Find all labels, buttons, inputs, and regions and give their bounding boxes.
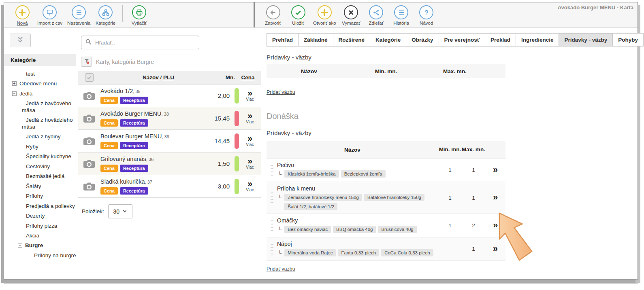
toolbar-button-vymazat[interactable]: Vymazať [339, 4, 364, 26]
option-chip: Minerálna voda Rajec [284, 249, 336, 256]
toolbar-button-label: Zdieľať [369, 21, 384, 25]
menu-lines-icon [72, 5, 86, 19]
sidebar-item-label: Predjedlá a polievky [26, 203, 75, 209]
tag-cena: Cena [100, 165, 118, 172]
drag-handle-icon[interactable] [267, 241, 277, 257]
child-corner-icon: └ [278, 194, 281, 202]
tab-pohyby[interactable]: Pohyby [612, 33, 644, 47]
plus-icon [318, 5, 332, 19]
tab-pre-verejnost[interactable]: Pre verejnosť [439, 33, 486, 47]
card-row[interactable]: Avokádo 1/2, 35CenaReceptúra2,00»Viac [78, 84, 261, 107]
open-binding-button[interactable]: » [493, 165, 498, 175]
sidebar-item-label: Jedlá z hydiny [26, 133, 61, 140]
sidebar-collapse-button[interactable] [10, 34, 31, 47]
toolbar-button-import-z-csv[interactable]: Import z csv [35, 4, 65, 26]
status-bar-green [235, 88, 239, 104]
toolbar-button-ulozit[interactable]: Uložiť [286, 4, 311, 26]
toolbar-button-zdielat[interactable]: Zdieľať [364, 4, 389, 26]
binding-row-pecivo: Pečivo└Klasická žemľa-brioškaBezlepková … [267, 158, 505, 182]
sidebar-item-predjedla-a-polievky[interactable]: Predjedlá a polievky [4, 203, 76, 210]
drag-handle-icon[interactable] [267, 217, 277, 234]
open-binding-button[interactable]: » [493, 192, 498, 202]
card-plu: 36 [149, 157, 154, 162]
sidebar-item-jedla-z-hydiny[interactable]: Jedlá z hydiny [4, 133, 76, 140]
tag-receptura: Receptúra [120, 187, 148, 195]
sidebar-item-ryby[interactable]: Ryby [4, 144, 76, 150]
search-input[interactable] [95, 40, 196, 46]
sidebar-item-prilohy-pizza[interactable]: Prílohy pizza [4, 223, 76, 229]
tab-obrazky[interactable]: Obrázky [406, 33, 439, 47]
more-button[interactable]: »Viac [239, 90, 261, 102]
sidebar-item-label: Burgre [25, 242, 43, 248]
clear-filter-button[interactable] [81, 57, 92, 67]
sidebar-item-akcia[interactable]: Akcia [4, 233, 76, 239]
more-button[interactable]: »Viac [239, 112, 261, 124]
option-chip: CoCa Cola 0,33 plech [381, 249, 433, 256]
sidebar-item-cestoviny[interactable]: Cestoviny [4, 163, 76, 170]
sort-cena-link[interactable]: Cena [235, 74, 261, 80]
check-icon [291, 5, 305, 19]
tab-preklad[interactable]: Preklad [485, 33, 516, 47]
toolbar-button-vytlacit[interactable]: Vytlačiť [127, 4, 152, 26]
add-vazba-link[interactable]: Pridať väzbu [267, 266, 295, 272]
tab-rozsirene[interactable]: Rozšírené [333, 33, 371, 47]
collapse-icon[interactable]: − [12, 91, 17, 96]
sidebar-item-jedla-z-bavcoveho-masa[interactable]: Jedlá z bavčového mäsa [4, 100, 76, 114]
toolbar-button-nova[interactable]: Nová [10, 4, 35, 26]
card-row[interactable]: Boulevar Burger MENU, 39CenaReceptúra14,… [78, 129, 261, 152]
sidebar-item-salaty[interactable]: Šaláty [4, 183, 76, 190]
list-title: Karty, kategória Burgre [96, 59, 154, 65]
toolbar-button-kategorie[interactable]: Kategórie [93, 4, 118, 26]
double-chevron-icon: » [247, 135, 252, 142]
more-button[interactable]: »Viac [239, 158, 261, 169]
drag-handle-icon[interactable] [267, 162, 277, 178]
add-vazba-link[interactable]: Pridať väzbu [267, 89, 295, 95]
per-page-select[interactable]: 30 [108, 204, 132, 218]
sidebar-item-bezmasite-jedla[interactable]: Bezmäsité jedlá [4, 173, 76, 180]
sidebar-item-speciality-kuchyne[interactable]: Špeciality kuchyne [4, 153, 76, 160]
column-mn: Mn. [216, 74, 235, 80]
toolbar-button-navod[interactable]: Návod [414, 4, 439, 26]
open-binding-button[interactable]: » [493, 220, 498, 230]
sort-nazov-link[interactable]: Názov [143, 74, 159, 80]
card-row[interactable]: Grilovaný ananás, 36CenaReceptúra1,50»Vi… [78, 152, 261, 175]
binding-max: 1 [462, 167, 485, 173]
card-name: Avokádo 1/2 [100, 88, 133, 94]
sidebar-item-jedla[interactable]: −Jedlá [4, 91, 76, 97]
option-chip: Šalát 1/2, batátové 1/2 [284, 203, 337, 210]
addons-col-min: Min. mn. [352, 68, 420, 74]
sidebar-item-obedove-menu[interactable]: +Obedové menu [4, 80, 76, 87]
toolbar-button-zatvorit[interactable]: Zatvoriť [260, 4, 286, 26]
sidebar-item-jedla-z-hovadzieho-masa[interactable]: Jedlá z hovädzieho mäsa [4, 117, 76, 130]
option-chip: Brusnicová 40g [378, 226, 416, 233]
card-row[interactable]: Sladká kukurička, 37CenaReceptúra3,00»Vi… [78, 175, 261, 198]
binding-name: Omáčky [277, 217, 438, 224]
open-binding-button[interactable]: » [493, 243, 498, 254]
toolbar-button-nastavenia[interactable]: Nastavenia [65, 4, 93, 26]
tab-pridavky-vazby[interactable]: Prídavky - väzby [559, 33, 613, 47]
collapse-icon[interactable]: − [18, 243, 22, 248]
toolbar-button-otvorit-ako[interactable]: Otvoriť ako [311, 4, 339, 26]
sidebar-item-dezerty[interactable]: Dezerty [4, 213, 76, 219]
toolbar-button-historia[interactable]: História [389, 4, 414, 26]
tab-prehlad[interactable]: Prehľad [267, 33, 299, 47]
select-all-checkbox[interactable] [85, 73, 94, 82]
tab-zakladne[interactable]: Základné [298, 33, 333, 47]
tab-kategorie[interactable]: Kategórie [370, 33, 406, 47]
sidebar-item-burgre[interactable]: −Burgre [4, 242, 76, 249]
more-button[interactable]: »Viac [239, 135, 261, 147]
binding-row-priloha-k-menu: Príloha k menu└Zemiakové hranolčeky menu… [267, 182, 505, 214]
sidebar-item-prilohy-na-burgre[interactable]: Prílohy na burgre [4, 252, 76, 259]
more-label: Viac [246, 165, 254, 169]
more-button[interactable]: »Viac [239, 180, 261, 192]
category-tree: test+Obedové menu−JedláJedlá z bavčového… [4, 66, 76, 259]
expand-icon[interactable]: + [12, 81, 17, 86]
tab-ingrediencie[interactable]: Ingrediencie [516, 33, 559, 47]
drag-handle-icon[interactable] [267, 185, 277, 210]
sort-plu-link[interactable]: PLU [163, 74, 174, 80]
card-price: 1,50 [204, 160, 230, 167]
sidebar-item-prilohy[interactable]: Prílohy [4, 193, 76, 199]
card-list-panel: Karty, kategória Burgre Názov / PLU Mn. … [78, 28, 261, 279]
card-row[interactable]: Avokádo Burger MENU, 38CenaReceptúra15,4… [78, 107, 261, 129]
sidebar-item-test[interactable]: test [4, 71, 76, 77]
